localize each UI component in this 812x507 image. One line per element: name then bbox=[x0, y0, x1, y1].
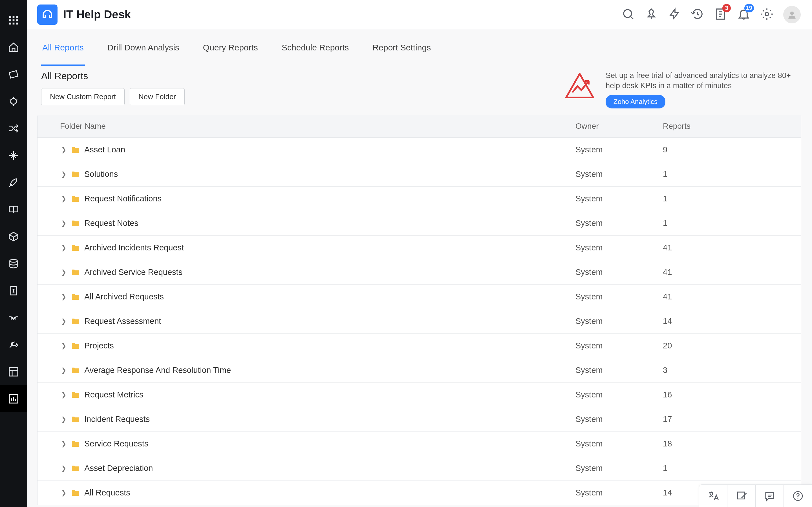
rocket-icon[interactable] bbox=[0, 169, 27, 196]
svg-rect-5 bbox=[16, 19, 18, 21]
book-icon[interactable] bbox=[0, 196, 27, 223]
app-logo[interactable] bbox=[37, 4, 57, 25]
table-row[interactable]: ❯Service RequestsSystem18 bbox=[38, 432, 801, 456]
search-icon[interactable] bbox=[621, 7, 635, 22]
folder-name: All Archived Requests bbox=[84, 292, 164, 301]
table-row[interactable]: ❯ProjectsSystem20 bbox=[38, 334, 801, 358]
float-toolbar bbox=[699, 485, 812, 507]
folder-owner: System bbox=[575, 211, 663, 235]
table-row[interactable]: ❯Asset DepreciationSystem1 bbox=[38, 456, 801, 481]
folder-icon bbox=[71, 488, 80, 498]
header-icon-group: 3 19 bbox=[621, 6, 801, 23]
table-row[interactable]: ❯Request AssessmentSystem14 bbox=[38, 309, 801, 334]
history-icon[interactable] bbox=[691, 7, 704, 22]
page-title: All Reports bbox=[41, 70, 553, 81]
chevron-right-icon[interactable]: ❯ bbox=[61, 318, 67, 325]
table-row[interactable]: ❯Request NotesSystem1 bbox=[38, 211, 801, 236]
folder-name: Asset Loan bbox=[84, 145, 125, 154]
zoho-analytics-button[interactable]: Zoho Analytics bbox=[606, 95, 665, 108]
help-icon[interactable] bbox=[784, 485, 812, 507]
tab-query-reports[interactable]: Query Reports bbox=[202, 38, 259, 66]
folder-name: Incident Requests bbox=[84, 414, 150, 424]
chevron-right-icon[interactable]: ❯ bbox=[61, 293, 67, 300]
chevron-right-icon[interactable]: ❯ bbox=[61, 220, 67, 227]
ticket-icon[interactable] bbox=[0, 61, 27, 88]
col-folder-name[interactable]: Folder Name bbox=[38, 115, 575, 137]
chevron-right-icon[interactable]: ❯ bbox=[61, 416, 67, 423]
folder-icon bbox=[71, 170, 80, 179]
bell-icon[interactable]: 19 bbox=[737, 7, 751, 22]
col-owner[interactable]: Owner bbox=[575, 115, 663, 137]
folder-report-count: 1 bbox=[663, 456, 801, 480]
table-row[interactable]: ❯SolutionsSystem1 bbox=[38, 162, 801, 187]
table-row[interactable]: ❯All Archived RequestsSystem41 bbox=[38, 285, 801, 309]
gear-icon[interactable] bbox=[760, 7, 774, 22]
bug-icon[interactable] bbox=[0, 88, 27, 115]
tab-drill-down[interactable]: Drill Down Analysis bbox=[106, 38, 181, 66]
notifications-badge: 19 bbox=[744, 4, 754, 12]
chevron-right-icon[interactable]: ❯ bbox=[61, 146, 67, 154]
table-row[interactable]: ❯Request MetricsSystem16 bbox=[38, 383, 801, 407]
table-row[interactable]: ❯Incident RequestsSystem17 bbox=[38, 407, 801, 432]
new-custom-report-button[interactable]: New Custom Report bbox=[41, 88, 124, 105]
analytics-icon bbox=[562, 70, 597, 103]
chevron-right-icon[interactable]: ❯ bbox=[61, 440, 67, 448]
layout-icon[interactable] bbox=[0, 358, 27, 385]
folder-owner: System bbox=[575, 187, 663, 211]
chevron-right-icon[interactable]: ❯ bbox=[61, 244, 67, 251]
tasks-icon[interactable]: 3 bbox=[714, 7, 727, 22]
invoice-icon[interactable] bbox=[0, 277, 27, 304]
reports-icon[interactable] bbox=[0, 385, 27, 412]
table-row[interactable]: ❯Average Response And Resolution TimeSys… bbox=[38, 358, 801, 383]
folder-name: Archived Service Requests bbox=[84, 268, 183, 277]
translate-icon[interactable] bbox=[699, 485, 727, 507]
chevron-right-icon[interactable]: ❯ bbox=[61, 465, 67, 472]
svg-point-16 bbox=[765, 12, 769, 16]
cube-icon[interactable] bbox=[0, 223, 27, 250]
app-title: IT Help Desk bbox=[63, 8, 131, 21]
folder-name: Service Requests bbox=[84, 439, 148, 448]
table-row[interactable]: ❯Asset LoanSystem9 bbox=[38, 138, 801, 162]
content-scroll[interactable]: All Reports Drill Down Analysis Query Re… bbox=[27, 29, 812, 507]
chevron-right-icon[interactable]: ❯ bbox=[61, 367, 67, 374]
table-row[interactable]: ❯Archived Incidents RequestSystem41 bbox=[38, 236, 801, 260]
folder-report-count: 1 bbox=[663, 211, 801, 235]
svg-rect-8 bbox=[16, 22, 18, 24]
folder-icon bbox=[71, 243, 80, 252]
new-folder-button[interactable]: New Folder bbox=[130, 88, 185, 105]
chevron-right-icon[interactable]: ❯ bbox=[61, 171, 67, 178]
wrench-icon[interactable] bbox=[0, 331, 27, 358]
chevron-right-icon[interactable]: ❯ bbox=[61, 269, 67, 276]
svg-rect-4 bbox=[13, 19, 15, 21]
database-icon[interactable] bbox=[0, 250, 27, 277]
table-row[interactable]: ❯All RequestsSystem14 bbox=[38, 481, 801, 505]
chevron-right-icon[interactable]: ❯ bbox=[61, 342, 67, 349]
tab-all-reports[interactable]: All Reports bbox=[41, 38, 85, 66]
svg-rect-3 bbox=[9, 19, 11, 21]
avatar[interactable] bbox=[783, 6, 801, 23]
folder-report-count: 41 bbox=[663, 285, 801, 309]
pin-icon[interactable] bbox=[645, 7, 658, 22]
apps-grid-icon[interactable] bbox=[0, 7, 27, 34]
handshake-icon[interactable] bbox=[0, 304, 27, 331]
col-reports[interactable]: Reports bbox=[663, 115, 801, 137]
chevron-right-icon[interactable]: ❯ bbox=[61, 391, 67, 399]
chevron-right-icon[interactable]: ❯ bbox=[61, 195, 67, 203]
folder-name: Request Assessment bbox=[84, 317, 161, 326]
tab-schedule-reports[interactable]: Schedule Reports bbox=[281, 38, 350, 66]
svg-point-10 bbox=[10, 260, 17, 262]
shuffle-icon[interactable] bbox=[0, 115, 27, 142]
chevron-right-icon[interactable]: ❯ bbox=[61, 489, 67, 497]
home-icon[interactable] bbox=[0, 34, 27, 61]
compose-icon[interactable] bbox=[727, 485, 756, 507]
folder-owner: System bbox=[575, 456, 663, 480]
folder-name: Archived Incidents Request bbox=[84, 243, 184, 252]
folder-report-count: 9 bbox=[663, 138, 801, 162]
folder-icon bbox=[71, 292, 80, 302]
tools-icon[interactable] bbox=[0, 142, 27, 169]
table-row[interactable]: ❯Archived Service RequestsSystem41 bbox=[38, 260, 801, 285]
bolt-icon[interactable] bbox=[668, 7, 681, 22]
chat-icon[interactable] bbox=[756, 485, 784, 507]
tab-report-settings[interactable]: Report Settings bbox=[371, 38, 432, 66]
table-row[interactable]: ❯Request NotificationsSystem1 bbox=[38, 187, 801, 211]
